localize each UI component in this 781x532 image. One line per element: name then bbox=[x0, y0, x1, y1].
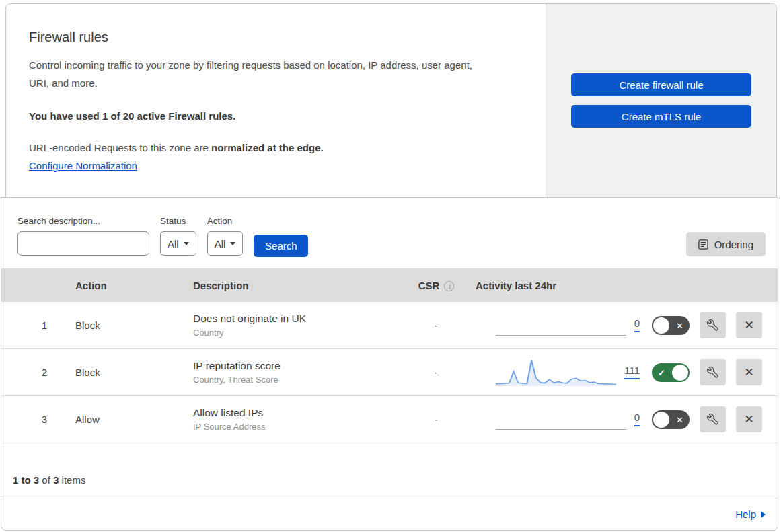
rule-csr: - bbox=[408, 319, 465, 331]
wrench-icon bbox=[707, 319, 718, 331]
activity-flatline bbox=[496, 405, 626, 434]
action-label: Action bbox=[207, 216, 244, 226]
rule-description: Does not originate in UK Country bbox=[180, 313, 408, 338]
action-group: Action All bbox=[207, 216, 244, 256]
search-group: Search description... bbox=[17, 216, 149, 256]
rule-action: Block bbox=[62, 319, 180, 331]
delete-rule-button[interactable]: ✕ bbox=[736, 406, 762, 432]
toggle-state-icon bbox=[658, 368, 665, 377]
help-link[interactable]: Help bbox=[735, 508, 766, 520]
close-icon: ✕ bbox=[744, 365, 753, 379]
toggle-state-icon bbox=[676, 321, 683, 330]
rule-csr: - bbox=[408, 414, 465, 425]
action-dropdown[interactable]: All bbox=[207, 231, 244, 256]
activity-count-link[interactable]: 0 bbox=[634, 412, 640, 426]
status-dropdown[interactable]: All bbox=[160, 231, 196, 256]
activity-count-link[interactable]: 0 bbox=[634, 318, 640, 332]
usage-note: You have used 1 of 20 active Firewall ru… bbox=[29, 110, 519, 122]
column-action: Action bbox=[62, 280, 180, 291]
rule-enabled-toggle[interactable] bbox=[652, 410, 690, 429]
toggle-knob bbox=[672, 365, 688, 381]
page-title: Firewall rules bbox=[29, 30, 519, 45]
edit-rule-button[interactable] bbox=[700, 359, 726, 385]
rule-description-title: Does not originate in UK bbox=[193, 313, 408, 325]
rule-priority: 2 bbox=[1, 367, 62, 378]
table-row: 2 Block IP reputation score Country, Thr… bbox=[1, 349, 778, 396]
close-icon: ✕ bbox=[744, 412, 753, 426]
help-footer: Help bbox=[1, 498, 778, 530]
rule-fields: Country, Threat Score bbox=[193, 375, 408, 385]
rule-action: Allow bbox=[62, 414, 180, 425]
ordering-button[interactable]: Ordering bbox=[686, 232, 766, 256]
column-activity: Activity last 24hr bbox=[465, 280, 640, 291]
rule-description-title: Allow listed IPs bbox=[193, 407, 408, 419]
rule-controls: ✕ bbox=[640, 406, 778, 432]
rule-activity: 0 bbox=[465, 405, 640, 434]
activity-sparkline bbox=[496, 358, 616, 387]
rule-fields: Country bbox=[193, 328, 408, 338]
delete-rule-button[interactable]: ✕ bbox=[736, 312, 762, 338]
rule-priority: 1 bbox=[1, 319, 62, 331]
wrench-icon bbox=[707, 367, 718, 378]
search-text-field[interactable] bbox=[30, 238, 152, 249]
rule-controls: ✕ bbox=[640, 312, 778, 338]
caret-right-icon bbox=[761, 511, 766, 518]
status-label: Status bbox=[160, 216, 196, 226]
rules-panel: Search description... Status All Action … bbox=[1, 197, 778, 531]
rule-action: Block bbox=[62, 367, 180, 378]
items-count: 1 to 3 of 3 items bbox=[1, 474, 778, 498]
toggle-knob bbox=[653, 317, 669, 334]
rule-priority: 3 bbox=[1, 414, 62, 425]
activity-flatline bbox=[496, 311, 626, 340]
table-spacer bbox=[1, 443, 778, 474]
ordering-button-label: Ordering bbox=[714, 239, 753, 250]
hero-section: Firewall rules Control incoming traffic … bbox=[5, 3, 777, 197]
create-firewall-rule-button[interactable]: Create firewall rule bbox=[571, 73, 751, 96]
toggle-knob bbox=[653, 412, 669, 428]
table-header: Action Description CSRi Activity last 24… bbox=[1, 268, 778, 302]
table-row: 1 Block Does not originate in UK Country… bbox=[1, 302, 778, 349]
action-dropdown-value: All bbox=[215, 238, 226, 250]
actions-panel: Create firewall rule Create mTLS rule bbox=[546, 4, 776, 197]
filter-bar: Search description... Status All Action … bbox=[1, 198, 778, 268]
normalization-note: URL-encoded Requests to this zone are no… bbox=[29, 139, 519, 157]
activity-count-link[interactable]: 111 bbox=[624, 365, 640, 379]
rule-description: Allow listed IPs IP Source Address bbox=[180, 407, 408, 432]
column-csr: CSRi bbox=[408, 280, 465, 291]
search-button[interactable]: Search bbox=[254, 235, 308, 257]
rule-activity: 111 bbox=[465, 358, 640, 387]
info-icon[interactable]: i bbox=[444, 281, 454, 291]
create-mtls-rule-button[interactable]: Create mTLS rule bbox=[571, 105, 751, 128]
rule-activity: 0 bbox=[465, 311, 640, 340]
column-description: Description bbox=[180, 280, 408, 291]
close-icon: ✕ bbox=[744, 318, 753, 332]
rule-fields: IP Source Address bbox=[193, 422, 408, 432]
status-group: Status All bbox=[160, 216, 196, 256]
intro-card: Firewall rules Control incoming traffic … bbox=[6, 4, 546, 197]
rule-description: IP reputation score Country, Threat Scor… bbox=[180, 360, 408, 385]
rule-controls: ✕ bbox=[640, 359, 778, 385]
ordering-icon bbox=[698, 239, 708, 250]
delete-rule-button[interactable]: ✕ bbox=[736, 359, 762, 385]
configure-normalization-link[interactable]: Configure Normalization bbox=[29, 160, 137, 172]
chevron-down-icon bbox=[230, 242, 235, 245]
chevron-down-icon bbox=[184, 242, 189, 245]
search-label: Search description... bbox=[17, 216, 149, 226]
rule-csr: - bbox=[408, 367, 465, 378]
wrench-icon bbox=[707, 414, 718, 425]
edit-rule-button[interactable] bbox=[700, 312, 726, 338]
rule-enabled-toggle[interactable] bbox=[652, 363, 690, 382]
rule-enabled-toggle[interactable] bbox=[652, 316, 690, 335]
table-row: 3 Allow Allow listed IPs IP Source Addre… bbox=[1, 396, 778, 443]
edit-rule-button[interactable] bbox=[700, 406, 726, 432]
status-dropdown-value: All bbox=[168, 238, 179, 250]
rule-description-title: IP reputation score bbox=[193, 360, 408, 372]
search-input[interactable] bbox=[17, 231, 149, 256]
page-description: Control incoming traffic to your zone by… bbox=[29, 56, 473, 92]
toggle-state-icon bbox=[676, 415, 683, 424]
